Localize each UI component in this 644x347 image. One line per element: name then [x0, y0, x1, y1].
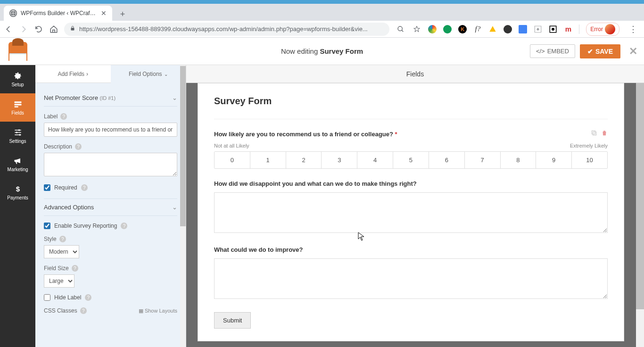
help-icon[interactable]: ? [85, 294, 91, 301]
extension-icon[interactable]: K [458, 25, 467, 33]
tab-field-options[interactable]: Field Options ⌄ [111, 65, 186, 83]
wpforms-logo[interactable] [0, 42, 35, 61]
nav-settings[interactable]: Settings [0, 122, 35, 150]
browser-tab[interactable]: WPForms Builder ‹ WPCrafter — ✕ [4, 6, 112, 21]
nps-cell[interactable]: 4 [357, 152, 393, 168]
main-layout: Setup Fields Settings Marketing $ Paymen… [0, 65, 644, 347]
nps-cell[interactable]: 6 [429, 152, 465, 168]
extension-icon[interactable] [488, 25, 497, 33]
label-text: Description [44, 143, 72, 150]
back-icon[interactable] [4, 25, 13, 34]
preview-scrollbar[interactable] [636, 83, 644, 347]
enable-survey-checkbox[interactable] [44, 223, 50, 229]
extension-icon[interactable] [428, 25, 437, 33]
nps-cell[interactable]: 9 [536, 152, 572, 168]
panel-scrollbar[interactable] [180, 65, 186, 347]
style-select[interactable]: Modern [44, 245, 79, 258]
form-preview-area: Fields Survey Form How likely are you to… [186, 65, 644, 347]
nps-cell[interactable]: 3 [322, 152, 357, 168]
scrollbar-thumb[interactable] [636, 83, 644, 309]
field-label: How did we disappoint you and what can w… [214, 180, 417, 187]
home-icon[interactable] [49, 25, 58, 34]
extension-icon[interactable] [519, 25, 527, 33]
separator [579, 25, 579, 34]
svg-text:$: $ [16, 185, 20, 193]
field-label: How likely are you to recommend us to a … [214, 131, 397, 138]
url-input[interactable]: https://wordpress-156488-889399.cloudway… [64, 23, 389, 36]
nps-cell[interactable]: 0 [215, 152, 250, 168]
svg-rect-13 [593, 132, 596, 135]
svg-rect-8 [14, 106, 18, 107]
nps-cell[interactable]: 2 [286, 152, 322, 168]
address-bar: https://wordpress-156488-889399.cloudway… [0, 21, 644, 38]
hide-label-checkbox[interactable] [44, 294, 50, 301]
check-icon: ✔ [587, 48, 593, 55]
size-select[interactable]: Large [44, 274, 74, 288]
help-icon[interactable]: ? [60, 113, 67, 120]
form-card: Survey Form How likely are you to recomm… [198, 83, 624, 341]
reload-icon[interactable] [34, 25, 43, 34]
label-text: Field Size [44, 265, 69, 272]
label-text: Style [44, 236, 57, 242]
field-label-text: How likely are you to recommend us to a … [214, 131, 393, 138]
error-badge[interactable]: Error [586, 23, 619, 36]
chevron-down-icon: ⌄ [172, 204, 177, 211]
nps-cell[interactable]: 1 [250, 152, 286, 168]
section-header-advanced[interactable]: Advanced Options ⌄ [44, 199, 177, 216]
extension-icon[interactable] [549, 25, 557, 33]
field-nps[interactable]: How likely are you to recommend us to a … [214, 130, 608, 169]
show-layouts-link[interactable]: ▦ Show Layouts [139, 308, 177, 314]
nav-payments[interactable]: $ Payments [0, 178, 35, 207]
kebab-menu-icon[interactable]: ⋮ [626, 24, 640, 34]
help-icon[interactable]: ? [75, 143, 82, 150]
nav-setup[interactable]: Setup [0, 65, 35, 93]
header-actions: </> EMBED ✔ SAVE ✕ [530, 44, 644, 58]
extension-icon[interactable] [443, 25, 452, 33]
close-builder-icon[interactable]: ✕ [629, 45, 637, 58]
field-label: What could we do to improve? [214, 246, 303, 253]
nps-cell[interactable]: 10 [572, 152, 607, 168]
zoom-icon[interactable] [396, 25, 405, 34]
extension-icon[interactable]: f? [473, 25, 482, 33]
scrollbar-thumb[interactable] [180, 66, 186, 226]
new-tab-button[interactable]: + [116, 8, 129, 21]
form-title[interactable]: Survey Form [214, 96, 608, 119]
gear-icon [13, 71, 23, 81]
nps-scale-labels: Not at all Likely Extremely Likely [214, 143, 608, 149]
section-header-basic[interactable]: Net Promoter Score (ID #1) ⌄ [44, 90, 177, 107]
field-textarea-1[interactable]: How did we disappoint you and what can w… [214, 179, 608, 235]
error-label: Error [590, 26, 603, 33]
extension-icon[interactable] [534, 25, 542, 33]
browser-tab-bar: WPForms Builder ‹ WPCrafter — ✕ + [0, 4, 644, 21]
label-input[interactable] [44, 123, 177, 137]
required-checkbox[interactable] [44, 184, 50, 191]
description-input[interactable] [44, 153, 177, 176]
extension-icon[interactable]: m [564, 25, 572, 33]
tab-add-fields[interactable]: Add Fields › [35, 65, 111, 83]
logo-icon [8, 42, 27, 61]
save-button[interactable]: ✔ SAVE [580, 44, 620, 58]
field-textarea-2[interactable]: What could we do to improve? [214, 245, 608, 301]
close-icon[interactable]: ✕ [101, 9, 107, 17]
nps-cell[interactable]: 7 [465, 152, 501, 168]
help-icon[interactable]: ? [80, 307, 87, 314]
nps-cell[interactable]: 5 [393, 152, 429, 168]
help-icon[interactable]: ? [81, 184, 88, 191]
embed-button[interactable]: </> EMBED [530, 44, 575, 58]
help-icon[interactable]: ? [72, 265, 78, 272]
bullhorn-icon [13, 156, 23, 165]
grid-icon: ▦ [139, 308, 143, 314]
help-icon[interactable]: ? [121, 223, 127, 229]
nav-marketing[interactable]: Marketing [0, 150, 35, 178]
star-icon[interactable] [412, 25, 421, 34]
duplicate-icon[interactable] [591, 130, 597, 138]
nps-cell[interactable]: 8 [501, 152, 537, 168]
submit-button[interactable]: Submit [214, 312, 251, 329]
help-icon[interactable]: ? [59, 236, 66, 242]
extension-icon[interactable] [504, 25, 512, 33]
nav-fields[interactable]: Fields [0, 93, 35, 122]
textarea-input[interactable] [214, 258, 608, 299]
lock-icon [70, 25, 75, 33]
textarea-input[interactable] [214, 192, 608, 233]
delete-icon[interactable] [601, 130, 608, 138]
